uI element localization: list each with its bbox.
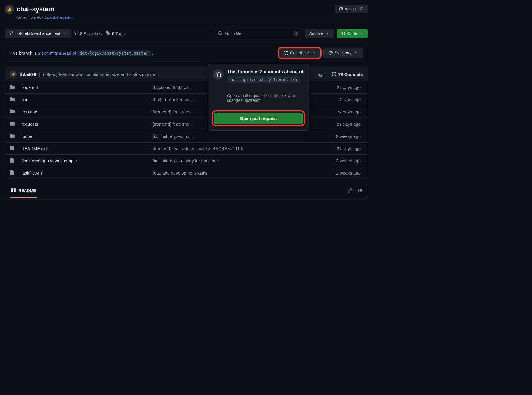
file-commit-time: 27 days ago (311, 122, 363, 127)
commits-ahead-link[interactable]: 2 commits ahead of (38, 51, 76, 56)
file-commit-time: 2 weeks ago (311, 170, 363, 175)
folder-icon (10, 133, 21, 139)
file-commit-message[interactable]: fix: limit request bo… (153, 134, 311, 139)
edit-readme-button[interactable] (347, 188, 352, 194)
commit-author-avatar[interactable]: 🧔 (10, 71, 17, 78)
file-commit-message[interactable]: fix: limit request body for backend (153, 158, 311, 163)
file-row[interactable]: bot[bot] fix: docker co…2 days ago (5, 94, 368, 106)
file-commit-time: 2 weeks ago (311, 158, 363, 163)
file-icon (10, 145, 21, 152)
file-commit-time: 27 days ago (311, 85, 363, 90)
file-row[interactable]: frontend[frontend] feat: sho…27 days ago (5, 106, 368, 118)
file-name[interactable]: README.md (21, 146, 153, 151)
contribute-popover: This branch is 2 commits ahead of dot-lo… (208, 64, 309, 131)
file-commit-time: 27 days ago (311, 146, 363, 151)
open-pr-highlight: Open pull request (213, 111, 304, 125)
file-name[interactable]: router (21, 134, 153, 139)
pencil-icon (347, 188, 352, 193)
file-name[interactable]: requests (21, 122, 153, 127)
watch-count: 0 (359, 7, 364, 11)
file-row[interactable]: taskfile.ymlfeat: add development tasks2… (5, 167, 368, 179)
git-branch-icon (74, 31, 79, 36)
file-name[interactable]: docker-compose.yml.sample (21, 158, 153, 163)
watch-button[interactable]: Watch 0 (335, 5, 368, 13)
tag-icon (106, 31, 111, 36)
git-pull-request-icon (213, 69, 224, 80)
search-icon (218, 31, 223, 36)
file-name[interactable]: taskfile.yml (21, 170, 153, 175)
latest-commit-row[interactable]: 🧔 Bibek99 [frontend] feat: show actual f… (5, 67, 368, 81)
file-name[interactable]: frontend (21, 109, 153, 114)
chevron-down-icon (63, 32, 67, 35)
commits-link[interactable]: 79 Commits (332, 72, 363, 77)
branch-status-text: This branch is 2 commits ahead of dot-lo… (10, 51, 153, 56)
git-branch-icon (9, 31, 14, 36)
outline-button[interactable] (358, 188, 363, 194)
file-list: 🧔 Bibek99 [frontend] feat: show actual f… (5, 67, 368, 179)
owner-avatar[interactable]: 🧔 (5, 5, 14, 14)
chevron-down-icon (326, 32, 329, 35)
popover-upstream-ref: dot-logix/chat-system:master (227, 76, 300, 83)
tags-link[interactable]: 0 Tags (106, 31, 125, 36)
repo-toolbar: bot-details-enhancement 2 Branches 0 Tag… (5, 29, 368, 38)
readme-tab[interactable]: README (10, 184, 37, 198)
file-commit-time: 2 weeks ago (311, 134, 363, 139)
file-icon (10, 158, 21, 164)
folder-icon (10, 121, 21, 127)
file-commit-message[interactable]: [frontend] feat: add env var for BACKEND… (153, 146, 311, 151)
file-name[interactable]: bot (21, 97, 153, 102)
file-commit-time: 27 days ago (311, 109, 363, 114)
file-row[interactable]: README.md[frontend] feat: add env var fo… (5, 143, 368, 155)
file-commit-time: 2 days ago (311, 97, 363, 102)
repo-header: 🧔 chat-system forked from dot-logix/chat… (5, 5, 368, 24)
file-search-box[interactable]: t (215, 29, 302, 38)
folder-icon (10, 84, 21, 90)
folder-icon (10, 97, 21, 103)
add-file-button[interactable]: Add file (305, 29, 334, 38)
sync-fork-button[interactable]: Sync fork (323, 48, 363, 58)
forked-from-label: forked from dot-logix/chat-system (17, 15, 73, 19)
book-icon (11, 188, 16, 193)
file-row[interactable]: routerfix: limit request bo…2 weeks ago (5, 130, 368, 143)
upstream-ref: dot-logix/chat-system:master (77, 50, 151, 56)
branches-link[interactable]: 2 Branches (74, 31, 102, 36)
chevron-down-icon (354, 51, 358, 55)
commit-time: ago (318, 72, 325, 77)
repo-name[interactable]: chat-system (17, 6, 54, 13)
chevron-down-icon (312, 51, 315, 55)
file-row[interactable]: backend[backend] feat: ser…27 days ago (5, 81, 368, 94)
popover-dot: . (227, 84, 304, 89)
code-button[interactable]: Code (337, 29, 368, 38)
eye-icon (339, 6, 343, 11)
repo-title-block: 🧔 chat-system forked from dot-logix/chat… (5, 5, 73, 19)
file-row[interactable]: docker-compose.yml.samplefix: limit requ… (5, 155, 368, 167)
branch-status-bar: This branch is 2 commits ahead of dot-lo… (5, 44, 368, 62)
file-row[interactable]: requests[frontend] feat: sho…27 days ago (5, 118, 368, 130)
file-commit-message[interactable]: feat: add development tasks (153, 170, 311, 175)
list-icon (358, 188, 363, 193)
file-search-input[interactable] (225, 31, 292, 36)
contribute-button[interactable]: Contribute (279, 48, 320, 58)
forked-from-link[interactable]: dot-logix/chat-system (37, 15, 73, 19)
file-name[interactable]: backend (21, 85, 153, 90)
branch-selector-button[interactable]: bot-details-enhancement (5, 29, 71, 38)
popover-title: This branch is 2 commits ahead of (227, 69, 304, 74)
git-pull-request-icon (284, 51, 288, 55)
code-icon (341, 31, 346, 36)
file-icon (10, 170, 21, 176)
sync-icon (328, 51, 333, 55)
search-shortcut-hint: t (294, 31, 299, 36)
branch-tag-meta: 2 Branches 0 Tags (74, 31, 125, 36)
folder-icon (10, 109, 21, 115)
popover-description: Open a pull request to contribute your c… (227, 93, 304, 103)
readme-toolbar: README (5, 184, 368, 198)
commit-author[interactable]: Bibek99 (19, 72, 36, 77)
watch-label: Watch (345, 7, 356, 11)
chevron-down-icon (360, 32, 363, 35)
history-icon (332, 72, 336, 76)
open-pull-request-button[interactable]: Open pull request (214, 113, 303, 124)
current-branch-name: bot-details-enhancement (15, 31, 60, 36)
